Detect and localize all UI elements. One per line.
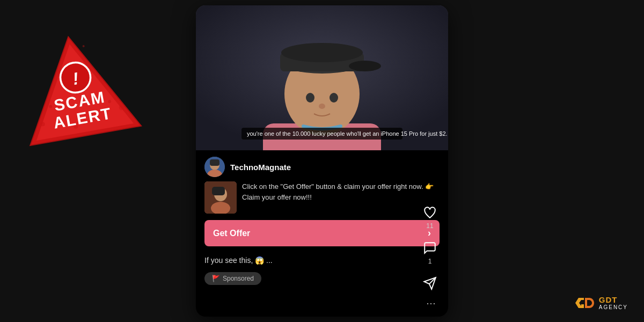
gdt-logo-icon: [574, 294, 596, 312]
phone-frame: you're one of the 10.000 lucky people wh…: [196, 5, 448, 317]
see-this-row: If you see this, 😱 ...: [196, 253, 448, 270]
heart-icon: [423, 206, 437, 219]
action-icons: 11 1: [421, 204, 438, 292]
comment-action[interactable]: 1: [421, 239, 438, 265]
gdt-agency-label: AGENCY: [599, 304, 628, 310]
svg-point-23: [330, 93, 338, 103]
svg-point-21: [349, 61, 381, 71]
user-row: TechnoMagnate: [196, 150, 448, 181]
see-this-text: If you see this, 😱 ...: [204, 256, 273, 265]
sponsored-badge: 🚩 Sponsored: [204, 272, 261, 285]
get-offer-label: Get Offer: [213, 229, 250, 238]
scam-alert-badge: ! SCAM ALERT: [7, 23, 144, 160]
svg-point-20: [281, 43, 363, 62]
svg-point-22: [306, 93, 314, 103]
gdt-text: GDT AGENCY: [599, 296, 628, 311]
comment-count: 1: [428, 258, 432, 265]
svg-point-24: [319, 104, 325, 109]
like-count: 11: [426, 222, 433, 230]
gdt-brand-name: GDT: [599, 296, 628, 305]
svg-rect-28: [210, 159, 219, 166]
post-thumbnail: [204, 181, 237, 214]
video-area: you're one of the 10.000 lucky people wh…: [196, 5, 448, 150]
post-card: Click on the "Get Offer" button & claim …: [204, 181, 440, 214]
username: TechnoMagnate: [230, 163, 291, 172]
user-avatar: [204, 157, 225, 177]
share-action[interactable]: [421, 275, 438, 292]
comment-icon-container: [421, 239, 438, 257]
gdt-agency-logo: GDT AGENCY: [574, 294, 628, 312]
sponsored-text: Sponsored: [223, 275, 254, 282]
get-offer-button[interactable]: Get Offer ›: [204, 220, 440, 246]
like-action[interactable]: 11: [421, 204, 438, 230]
share-icon-container: [421, 275, 438, 292]
post-text: Click on the "Get Offer" button & claim …: [242, 181, 440, 202]
svg-point-7: [82, 45, 85, 48]
video-subtitle: you're one of the 10.000 lucky people wh…: [241, 128, 402, 140]
content-area: TechnoMagnate Click on the "Get Offer" b…: [196, 150, 448, 289]
svg-rect-32: [212, 187, 225, 195]
comment-icon: [423, 241, 437, 255]
heart-icon-container: [421, 204, 438, 221]
flag-icon: 🚩: [212, 275, 220, 282]
sponsored-row: 🚩 Sponsored: [196, 270, 448, 289]
share-icon: [423, 276, 437, 290]
more-options-button[interactable]: ⋯: [426, 297, 436, 309]
